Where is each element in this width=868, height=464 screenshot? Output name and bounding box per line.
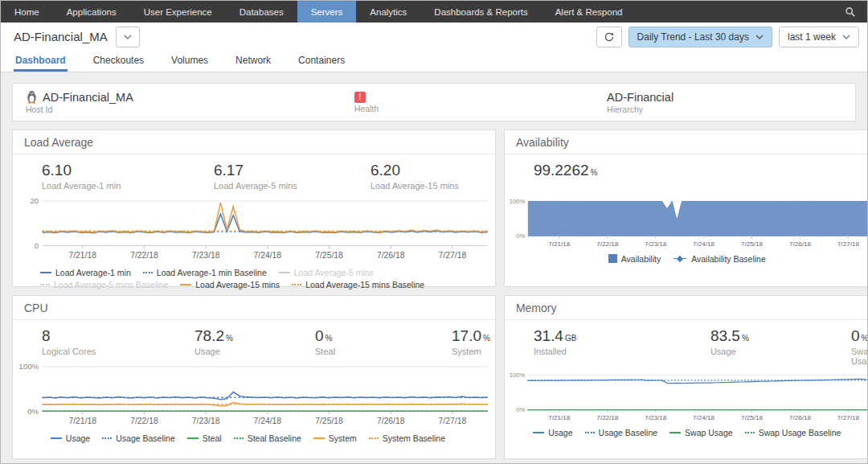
legend-item[interactable]: Usage Baseline [102, 433, 175, 443]
tab-dashboard[interactable]: Dashboard [14, 51, 68, 72]
dotted-swatch-icon [143, 272, 153, 273]
host-info-bar: AD-Financial_MA Host Id ! Health AD-Fina… [12, 83, 856, 121]
nav-item-databases[interactable]: Databases [226, 1, 297, 23]
tab-network[interactable]: Network [234, 51, 272, 72]
svg-text:7/21/18: 7/21/18 [68, 417, 96, 425]
svg-text:7/26/18: 7/26/18 [377, 417, 405, 425]
legend-label: Load Average-15 mins Baseline [305, 280, 424, 289]
svg-text:20: 20 [30, 196, 39, 205]
svg-text:7/26/18: 7/26/18 [789, 414, 812, 421]
nav-item-servers[interactable]: Servers [297, 1, 357, 23]
cpu-legend: UsageUsage BaselineStealSteal BaselineSy… [13, 432, 495, 443]
legend-item[interactable]: Usage [533, 428, 572, 437]
dotted-swatch-icon [292, 284, 301, 285]
hierarchy-value: AD-Financial [607, 91, 674, 104]
legend-item[interactable]: Swap Usage [669, 428, 733, 437]
svg-text:7/24/18: 7/24/18 [693, 414, 715, 421]
line-swatch-icon [180, 284, 191, 285]
nav-item-applications[interactable]: Applications [53, 1, 130, 23]
legend-item[interactable]: Usage [51, 433, 90, 443]
legend-item[interactable]: System Baseline [369, 433, 445, 443]
legend-item[interactable]: System [313, 433, 357, 443]
availability-panel: Availability 99.2262% 100%0%7/21/187/22/… [504, 129, 868, 287]
line-swatch-icon [669, 432, 681, 433]
svg-text:7/23/18: 7/23/18 [192, 417, 220, 425]
svg-text:100%: 100% [510, 198, 526, 205]
refresh-button[interactable] [596, 27, 622, 47]
line-swatch-icon [313, 437, 325, 439]
line-swatch-icon [187, 437, 199, 439]
hierarchy-label: Hierarchy [607, 105, 855, 114]
legend-item[interactable]: Load Average-5 mins [279, 268, 374, 277]
svg-text:0%: 0% [27, 407, 39, 416]
svg-text:0%: 0% [516, 232, 525, 240]
dashboard-grid: Load Average 6.10 Load Average-1 min 6.1… [12, 129, 856, 459]
dotted-swatch-icon [369, 437, 379, 439]
health-block: ! Health [342, 92, 594, 113]
nav-item-user-experience[interactable]: User Experience [130, 1, 226, 23]
trend-selector-button[interactable]: Daily Trend - Last 30 days [628, 27, 772, 47]
health-critical-icon[interactable]: ! [354, 92, 366, 103]
svg-text:7/27/18: 7/27/18 [439, 251, 467, 260]
nav-item-alert-respond[interactable]: Alert & Respond [542, 1, 637, 23]
line-swatch-icon [51, 437, 62, 439]
top-nav: Home Applications User Experience Databa… [1, 1, 867, 23]
svg-text:7/25/18: 7/25/18 [741, 414, 764, 421]
legend-label: Load Average-5 mins Baseline [54, 280, 168, 289]
app-window: Home Applications User Experience Databa… [0, 0, 868, 464]
square-swatch-icon [608, 254, 617, 263]
legend-item[interactable]: Steal [187, 433, 222, 443]
nav-item-home[interactable]: Home [1, 1, 53, 23]
svg-text:7/24/18: 7/24/18 [254, 251, 282, 260]
svg-text:7/25/18: 7/25/18 [315, 251, 343, 260]
svg-text:7/26/18: 7/26/18 [377, 251, 405, 260]
host-id-block: AD-Financial_MA Host Id [13, 90, 342, 114]
svg-text:100%: 100% [18, 362, 39, 371]
memory-legend: UsageUsage BaselineSwap UsageSwap Usage … [505, 426, 868, 437]
stat-mem-installed: 31.4GB Installed [534, 327, 710, 366]
svg-text:7/23/18: 7/23/18 [192, 251, 220, 260]
search-icon [845, 6, 856, 18]
nav-spacer [636, 1, 833, 23]
line-swatch-icon [40, 272, 51, 273]
svg-text:7/22/18: 7/22/18 [130, 251, 158, 260]
load-average-stats: 6.10 Load Average-1 min 6.17 Load Averag… [13, 154, 495, 195]
stat-cpu-steal: 0% Steal [315, 327, 452, 356]
panel-title: CPU [13, 296, 495, 320]
cpu-stats: 8 Logical Cores 78.2% Usage 0% Steal 17.… [13, 320, 495, 361]
stat-cpu-system: 17.0% System [452, 327, 490, 356]
legend-item[interactable]: Usage Baseline [585, 428, 658, 437]
legend-label: Steal [203, 433, 222, 443]
legend-item[interactable]: Load Average-5 mins Baseline [40, 280, 168, 289]
nav-item-analytics[interactable]: Analytics [356, 1, 420, 23]
legend-item[interactable]: Availability Baseline [673, 254, 766, 264]
tab-containers[interactable]: Containers [297, 51, 346, 72]
availability-chart: 100%0%7/21/187/22/187/23/187/24/187/25/1… [505, 197, 868, 253]
memory-panel: Memory 31.4GB Installed 83.5% Usage 0% S… [504, 295, 868, 459]
legend-item[interactable]: Steal Baseline [234, 433, 301, 443]
legend-item[interactable]: Swap Usage Baseline [745, 428, 841, 437]
svg-text:0: 0 [35, 241, 39, 250]
svg-text:7/22/18: 7/22/18 [596, 414, 619, 421]
svg-text:7/22/18: 7/22/18 [130, 417, 158, 425]
legend-label: Swap Usage [685, 428, 733, 437]
tab-volumes[interactable]: Volumes [170, 51, 210, 72]
legend-item[interactable]: Load Average-1 min Baseline [143, 268, 267, 277]
host-name-title: AD-Financial_MA [14, 30, 108, 43]
nav-item-dashboards-reports[interactable]: Dashboards & Reports [420, 1, 541, 23]
svg-text:7/23/18: 7/23/18 [645, 414, 667, 421]
tab-checkoutes[interactable]: Checkoutes [92, 51, 145, 72]
health-label: Health [354, 104, 594, 113]
svg-text:7/22/18: 7/22/18 [596, 240, 619, 248]
chevron-down-icon [755, 35, 764, 39]
time-range-selector-button[interactable]: last 1 week [779, 27, 859, 47]
host-selector-dropdown-button[interactable] [116, 27, 140, 47]
line-swatch-icon [533, 432, 544, 433]
legend-item[interactable]: Availability [608, 254, 661, 264]
svg-text:7/23/18: 7/23/18 [645, 240, 667, 248]
stat-availability: 99.2262% [534, 162, 868, 181]
legend-item[interactable]: Load Average-15 mins Baseline [292, 280, 424, 289]
legend-item[interactable]: Load Average-1 min [40, 268, 131, 277]
search-button[interactable] [833, 1, 867, 23]
legend-item[interactable]: Load Average-15 mins [180, 280, 280, 289]
